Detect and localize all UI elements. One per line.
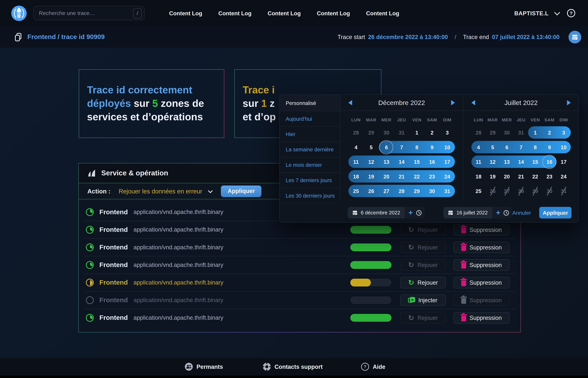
calendar-day[interactable]: 17	[441, 155, 454, 168]
calendar-day[interactable]: 10	[441, 141, 454, 153]
search-input[interactable]	[34, 10, 133, 16]
calendar-day[interactable]: 15	[529, 155, 542, 168]
calendar-day[interactable]: 28	[350, 126, 362, 139]
datepicker-preset[interactable]: Aujourd’hui	[280, 111, 340, 127]
calendar-day[interactable]: 9	[426, 141, 438, 153]
start-date-chip[interactable]: 6 décembre 2022 +	[348, 207, 425, 218]
calendar-day[interactable]: 19	[365, 170, 378, 183]
calendar-day[interactable]: 20	[380, 170, 393, 183]
datepicker-preset[interactable]: Les 30 derniers jours	[280, 188, 340, 203]
end-date-chip[interactable]: 16 juillet 2022 +	[443, 207, 512, 218]
cancel-button[interactable]: Annuler	[512, 210, 531, 216]
calendar-day[interactable]: 25	[350, 185, 362, 197]
calendar-day[interactable]: 25	[472, 185, 485, 197]
calendar-day[interactable]: 18	[472, 170, 485, 183]
user-menu[interactable]: BAPTISTE.L	[514, 10, 549, 16]
calendar-day[interactable]: 6	[500, 141, 513, 153]
calendar-day[interactable]: 8	[410, 141, 423, 153]
calendar-day[interactable]: 1	[529, 126, 542, 139]
calendar-day[interactable]: 3	[557, 126, 570, 139]
breadcrumb[interactable]: Frontend / trace id 90909	[28, 33, 105, 41]
nav-item-content-log[interactable]: Content Log	[169, 6, 202, 20]
inject-button[interactable]: +Injecter	[400, 295, 446, 306]
calendar-day[interactable]: 8	[529, 141, 542, 153]
footer-item-aide[interactable]: ?Aide	[361, 358, 385, 376]
calendar-day[interactable]: 15	[410, 155, 423, 168]
calendar-day[interactable]: 1	[410, 126, 423, 139]
calendar-day[interactable]: 23	[543, 170, 556, 183]
next-month-icon[interactable]	[451, 100, 455, 105]
calendar-day[interactable]: 19	[486, 170, 499, 183]
calendar-day[interactable]: 29	[486, 126, 499, 139]
delete-button[interactable]: Suppression	[453, 242, 510, 253]
calendar-day[interactable]: 11	[472, 155, 485, 168]
calendar-day[interactable]: 24	[557, 170, 570, 183]
calendar-day[interactable]: 21	[515, 170, 527, 183]
calendar-day[interactable]: 30	[500, 126, 513, 139]
calendar-day[interactable]: 5	[365, 141, 378, 153]
calendar-day[interactable]: 31	[395, 126, 408, 139]
nav-item-content-log[interactable]: Content Log	[218, 6, 252, 20]
calendar-day[interactable]: 12	[365, 155, 378, 168]
apply-button[interactable]: Appliquer	[539, 207, 572, 218]
calendar-day[interactable]: 6	[380, 141, 393, 153]
add-time-icon[interactable]: +	[496, 209, 500, 216]
nav-item-content-log[interactable]: Content Log	[268, 6, 301, 20]
calendar-day[interactable]: 13	[380, 155, 393, 168]
clock-icon[interactable]	[416, 210, 422, 216]
calendar-day[interactable]: 30	[426, 185, 438, 197]
calendar-day[interactable]: 24	[441, 170, 454, 183]
delete-button[interactable]: Suppression	[453, 259, 510, 271]
next-month-icon[interactable]	[567, 100, 571, 105]
calendar-day[interactable]: 31	[441, 185, 454, 197]
calendar-day[interactable]: 13	[500, 155, 513, 168]
datepicker-preset[interactable]: Les 7 derniers jours	[280, 173, 340, 188]
copy-icon[interactable]	[14, 32, 23, 41]
prev-month-icon[interactable]	[471, 100, 475, 105]
calendar-day[interactable]: 26	[365, 185, 378, 197]
calendar-day[interactable]: 14	[395, 155, 408, 168]
action-apply-button[interactable]: Appliquer	[221, 185, 261, 197]
help-icon[interactable]: ?	[567, 9, 575, 17]
calendar-day[interactable]: 4	[350, 141, 362, 153]
calendar-day[interactable]: 29	[410, 185, 423, 197]
delete-button[interactable]: Suppression	[453, 277, 510, 288]
calendar-day[interactable]: 21	[395, 170, 408, 183]
nav-item-content-log[interactable]: Content Log	[366, 6, 399, 20]
calendar-day[interactable]: 16	[426, 155, 438, 168]
calendar-day[interactable]: 17	[557, 155, 570, 168]
datepicker-preset[interactable]: Hier	[280, 127, 340, 142]
calendar-day[interactable]: 23	[426, 170, 438, 183]
calendar-day[interactable]: 7	[395, 141, 408, 153]
clock-icon[interactable]	[503, 210, 509, 216]
add-time-icon[interactable]: +	[408, 209, 413, 216]
calendar-day[interactable]: 31	[515, 126, 527, 139]
calendar-day[interactable]: 7	[515, 141, 527, 153]
chevron-down-icon[interactable]	[554, 9, 560, 15]
calendar-day[interactable]: 11	[350, 155, 362, 168]
chevron-down-icon[interactable]	[208, 188, 213, 193]
squid-logo-icon[interactable]	[11, 5, 27, 21]
calendar-day[interactable]: 2	[543, 126, 556, 139]
action-select[interactable]: Rejouer les données en erreur	[119, 188, 202, 195]
calendar-day[interactable]: 28	[395, 185, 408, 197]
calendar-day[interactable]: 2	[426, 126, 438, 139]
datepicker-preset[interactable]: Le mois dernier	[280, 158, 340, 173]
calendar-day[interactable]: 29	[365, 126, 378, 139]
calendar-day[interactable]: 9	[543, 141, 556, 153]
calendar-day[interactable]: 12	[486, 155, 499, 168]
datepicker-preset[interactable]: Personnalisé	[280, 95, 340, 111]
calendar-day[interactable]: 3	[441, 126, 454, 139]
calendar-day[interactable]: 30	[380, 126, 393, 139]
footer-item-permants[interactable]: Permants	[184, 358, 223, 376]
calendar-day[interactable]: 5	[486, 141, 499, 153]
delete-button[interactable]: Suppression	[453, 312, 510, 324]
calendar-day[interactable]: 22	[410, 170, 423, 183]
calendar-day[interactable]: 18	[350, 170, 362, 183]
calendar-day[interactable]: 28	[472, 126, 485, 139]
datepicker-preset[interactable]: La semaine dernière	[280, 142, 340, 157]
calendar-day[interactable]: 14	[515, 155, 527, 168]
prev-month-icon[interactable]	[348, 100, 352, 105]
calendar-day[interactable]: 20	[500, 170, 513, 183]
calendar-day[interactable]: 16	[543, 155, 556, 168]
